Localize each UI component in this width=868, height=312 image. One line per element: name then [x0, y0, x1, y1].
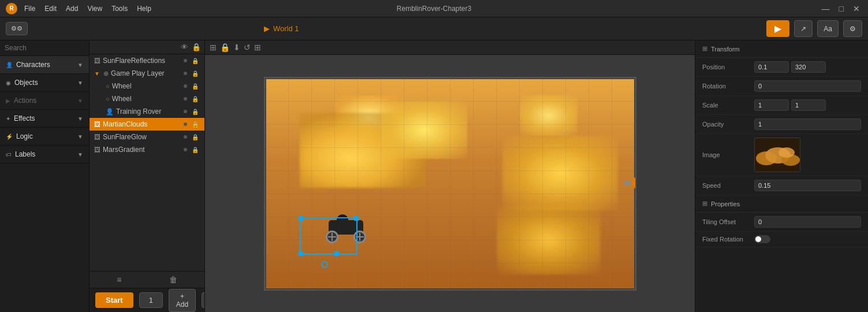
training-rover-dot	[184, 110, 187, 113]
position-x-input[interactable]	[754, 61, 789, 73]
tree-item-mars-gradient[interactable]: 🖼 MarsGradient 🔒	[90, 143, 204, 156]
tiling-offset-input[interactable]	[754, 216, 861, 228]
add-button[interactable]: + Add	[169, 289, 196, 312]
menu-tools[interactable]: Tools	[111, 5, 128, 13]
sunflare-reflections-lock: 🔒	[192, 58, 199, 64]
fixed-rotation-label: Fixed Rotation	[702, 236, 754, 243]
tree-item-sunflare-glow[interactable]: 🖼 SunFlareGlow 🔒	[90, 131, 204, 143]
image-preview[interactable]	[754, 138, 800, 172]
sidebar-section-logic[interactable]: ⚡ Logic ▼	[0, 128, 89, 146]
visibility-icon[interactable]: 👁	[181, 43, 188, 51]
logic-label: Logic	[16, 132, 33, 140]
tree-item-martian-clouds[interactable]: 🖼 MartianClouds 🔒	[90, 118, 204, 131]
actions-label: Actions	[14, 96, 36, 105]
canvas-undo-icon[interactable]: ↺	[244, 43, 251, 52]
sidebar-section-labels[interactable]: 🏷 Labels ▼	[0, 146, 89, 164]
menu-edit[interactable]: Edit	[44, 5, 57, 13]
game-play-layer-dot	[184, 72, 187, 75]
tree-item-wheel-2[interactable]: ○ Wheel 🔒	[90, 92, 204, 105]
scale-y-input[interactable]	[791, 99, 826, 111]
martian-clouds-label: MartianClouds	[103, 120, 147, 128]
svg-marker-2	[634, 177, 636, 188]
menu-add[interactable]: Add	[66, 5, 78, 13]
main-area: 🔍 👤 Characters ▼ ◉ Objects ▼ ▶ Actions ▼	[0, 40, 868, 312]
rover[interactable]	[323, 214, 369, 243]
scene-tree-header: 👁 🔒	[90, 40, 204, 54]
world-label: World 1	[273, 24, 299, 33]
transform-label: Transform	[711, 46, 740, 53]
sidebar-section-effects[interactable]: ✦ Effects ▼	[0, 110, 89, 128]
tiling-offset-row: Tiling Offset	[695, 213, 868, 232]
toolbar-right: ▶ ↗ Aa ⚙	[766, 20, 862, 37]
start-button[interactable]: Start	[95, 292, 133, 308]
objects-chevron: ▼	[77, 80, 83, 86]
wheel-right	[353, 231, 366, 243]
canvas-grid-icon[interactable]: ⊞	[210, 43, 217, 52]
tree-item-training-rover[interactable]: 👤 Training Rover 🔒	[90, 105, 204, 118]
game-play-layer-label: Game Play Layer	[111, 69, 165, 77]
properties-section-header: ⊞ Properties	[695, 195, 868, 213]
tree-item-game-play-layer[interactable]: ▼ ⊕ Game Play Layer 🔒	[90, 67, 204, 80]
menu-file[interactable]: File	[24, 5, 35, 13]
canvas-area: ⊞ 🔒 ⬇ ↺ ⊞	[205, 40, 695, 312]
add-layer-icon[interactable]: ≡	[117, 275, 121, 284]
effects-header[interactable]: ✦ Effects ▼	[0, 110, 89, 127]
wheel1-icon: ○	[106, 83, 110, 90]
characters-header[interactable]: 👤 Characters ▼	[0, 56, 89, 73]
wheel2-label: Wheel	[112, 95, 132, 103]
tree-item-sunflare-reflections[interactable]: 🖼 SunFlareReflections 🔒	[90, 54, 204, 67]
fixed-rotation-toggle[interactable]	[754, 235, 770, 243]
font-button[interactable]: Aa	[817, 20, 839, 37]
export-button[interactable]: ↗	[794, 20, 813, 37]
rotation-input[interactable]	[754, 80, 861, 92]
menu-help[interactable]: Help	[137, 5, 151, 13]
delete-layer-icon[interactable]: 🗑	[169, 275, 177, 284]
training-rover-label: Training Rover	[116, 107, 161, 116]
game-canvas[interactable]	[264, 77, 636, 291]
mars-gradient-icon: 🖼	[94, 146, 100, 153]
play-button[interactable]: ▶	[766, 20, 789, 37]
search-box[interactable]: 🔍	[0, 40, 89, 56]
search-input[interactable]	[5, 44, 90, 52]
characters-label: Characters	[16, 61, 50, 69]
rotation-row: Rotation	[695, 77, 868, 96]
speed-input[interactable]	[754, 180, 861, 191]
logic-chevron: ▼	[77, 133, 83, 140]
sidebar-section-characters[interactable]: 👤 Characters ▼	[0, 56, 89, 74]
canvas-viewport[interactable]	[205, 55, 695, 312]
position-inputs	[754, 61, 861, 73]
labels-header[interactable]: 🏷 Labels ▼	[0, 146, 89, 163]
app-title: RemblinRover-Chapter3	[397, 5, 471, 13]
transform-section-header: ⊞ Transform	[695, 40, 868, 58]
labels-label: Labels	[15, 150, 35, 158]
image-label: Image	[702, 151, 754, 158]
opacity-input[interactable]	[754, 118, 861, 130]
mars-gradient-dot	[184, 148, 187, 151]
count-badge: 1	[139, 292, 163, 308]
martian-clouds-lock: 🔒	[192, 121, 199, 128]
martian-clouds-dot	[184, 122, 187, 126]
lock-icon[interactable]: 🔒	[192, 43, 201, 51]
team-icon: ⚙⚙	[11, 25, 23, 32]
logic-header[interactable]: ⚡ Logic ▼	[0, 128, 89, 145]
scale-x-input[interactable]	[754, 99, 789, 111]
titlebar: R File Edit Add View Tools Help RemblinR…	[0, 0, 868, 17]
menu-view[interactable]: View	[87, 5, 102, 13]
sidebar-section-objects[interactable]: ◉ Objects ▼	[0, 74, 89, 92]
transform-icon: ⊞	[702, 45, 707, 53]
minimize-btn[interactable]: —	[819, 4, 832, 13]
team-button[interactable]: ⚙⚙	[6, 22, 28, 35]
speed-label: Speed	[702, 182, 754, 189]
close-btn[interactable]: ✕	[851, 4, 862, 13]
settings-button[interactable]: ⚙	[843, 20, 862, 37]
maximize-btn[interactable]: □	[837, 4, 846, 13]
mars-gradient-lock: 🔒	[192, 147, 199, 153]
canvas-down-icon[interactable]: ⬇	[233, 43, 240, 52]
position-y-input[interactable]	[791, 61, 826, 73]
wheel2-dot	[184, 97, 187, 101]
wheel1-dot	[184, 84, 187, 88]
canvas-lock-icon[interactable]: 🔒	[220, 43, 230, 52]
canvas-settings-icon[interactable]: ⊞	[254, 43, 261, 52]
tree-item-wheel-1[interactable]: ○ Wheel 🔒	[90, 80, 204, 92]
objects-header[interactable]: ◉ Objects ▼	[0, 74, 89, 91]
